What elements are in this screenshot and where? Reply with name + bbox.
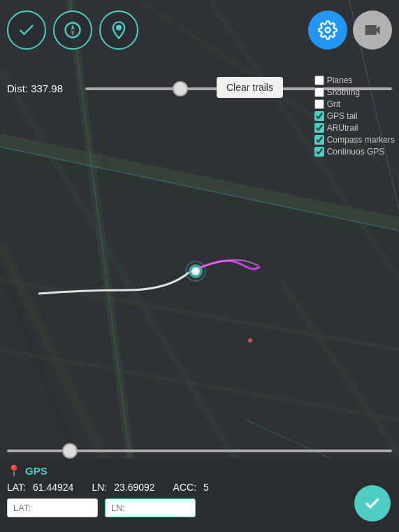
checkbox-label-cb-planes[interactable]: Planes bbox=[327, 76, 353, 85]
checkbox-label-cb-compass-markers[interactable]: Compass markers bbox=[327, 135, 395, 145]
clear-trails-button[interactable]: Clear trails bbox=[217, 77, 283, 98]
camera-button[interactable] bbox=[353, 10, 392, 50]
checkbox-panel: PlanesShothingGritGPS tailARUtrailCompas… bbox=[314, 76, 395, 157]
gear-button[interactable] bbox=[308, 10, 347, 50]
ln-input[interactable] bbox=[105, 498, 196, 517]
gps-pin-icon: 📍 bbox=[7, 464, 21, 477]
checkbox-row-cb-grit: Grit bbox=[314, 99, 395, 109]
distance-label-text: Dist: 337.98 bbox=[7, 82, 63, 94]
gps-label: GPS bbox=[25, 465, 48, 477]
svg-point-18 bbox=[194, 269, 198, 273]
lat-label: LAT: bbox=[7, 482, 26, 493]
svg-point-20 bbox=[248, 338, 252, 343]
pin-button[interactable] bbox=[99, 10, 138, 50]
checkbox-row-cb-arutrail: ARUtrail bbox=[314, 123, 395, 133]
checkbox-row-cb-shothing: Shothing bbox=[314, 87, 395, 97]
checkbox-label-cb-arutrail[interactable]: ARUtrail bbox=[327, 123, 358, 133]
bottom-slider[interactable] bbox=[7, 450, 392, 452]
bottom-panel: 📍 GPS LAT: 61.44924 LN: 23.69092 ACC: 5 bbox=[0, 459, 399, 532]
acc-value: 5 bbox=[203, 482, 209, 493]
svg-line-6 bbox=[0, 280, 399, 350]
checkbox-label-cb-continuos-gps[interactable]: Continuos GPS bbox=[327, 147, 385, 157]
right-toolbar bbox=[308, 10, 392, 50]
svg-marker-23 bbox=[71, 30, 75, 36]
svg-marker-22 bbox=[71, 24, 75, 30]
svg-point-24 bbox=[117, 26, 121, 30]
checkbox-cb-shothing[interactable] bbox=[314, 87, 324, 97]
checkbox-row-cb-continuos-gps: Continuos GPS bbox=[314, 147, 395, 157]
checkbox-cb-grit[interactable] bbox=[314, 99, 324, 109]
ln-value: 23.69092 bbox=[114, 482, 154, 493]
checkbox-cb-arutrail[interactable] bbox=[314, 123, 324, 133]
check-button[interactable] bbox=[7, 10, 46, 50]
compass-button[interactable] bbox=[53, 10, 92, 50]
checkbox-label-cb-grit[interactable]: Grit bbox=[327, 99, 340, 109]
checkbox-cb-compass-markers[interactable] bbox=[314, 135, 324, 145]
checkbox-row-cb-planes: Planes bbox=[314, 76, 395, 85]
checkbox-cb-gps-tail[interactable] bbox=[314, 111, 324, 121]
lat-value: 61.44924 bbox=[33, 482, 73, 493]
top-toolbar bbox=[7, 10, 138, 50]
coords-row: LAT: 61.44924 LN: 23.69092 ACC: 5 bbox=[7, 482, 392, 493]
ln-label: LN: bbox=[92, 482, 107, 493]
checkbox-cb-planes[interactable] bbox=[314, 76, 324, 85]
lat-input[interactable] bbox=[7, 498, 98, 517]
checkbox-row-cb-gps-tail: GPS tail bbox=[314, 111, 395, 121]
checkbox-row-cb-compass-markers: Compass markers bbox=[314, 135, 395, 145]
acc-label: ACC: bbox=[173, 482, 196, 493]
confirm-button[interactable] bbox=[354, 485, 391, 522]
distance-label: Dist: 337.98 bbox=[7, 82, 77, 94]
checkbox-cb-continuos-gps[interactable] bbox=[314, 147, 324, 157]
input-row bbox=[7, 498, 392, 517]
svg-point-25 bbox=[326, 28, 331, 33]
svg-line-14 bbox=[280, 280, 399, 454]
checkbox-label-cb-shothing[interactable]: Shothing bbox=[327, 87, 360, 97]
checkbox-label-cb-gps-tail[interactable]: GPS tail bbox=[327, 111, 358, 121]
bottom-slider-row bbox=[7, 443, 392, 455]
gps-row: 📍 GPS bbox=[7, 464, 392, 477]
